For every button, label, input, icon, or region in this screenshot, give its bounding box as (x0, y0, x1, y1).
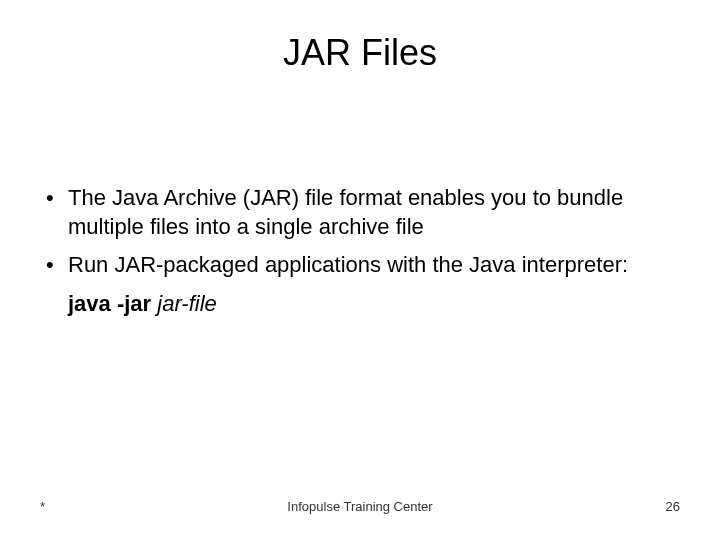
slide-number: 26 (666, 499, 680, 514)
list-item: The Java Archive (JAR) file format enabl… (40, 184, 680, 241)
slide-title: JAR Files (40, 32, 680, 74)
slide-footer: * Infopulse Training Center 26 (0, 499, 720, 514)
slide-content: The Java Archive (JAR) file format enabl… (40, 184, 680, 318)
command-line: java -jar jar-file (40, 290, 680, 319)
command-bold: java -jar (68, 291, 157, 316)
footer-center: Infopulse Training Center (0, 499, 720, 514)
slide: JAR Files The Java Archive (JAR) file fo… (0, 0, 720, 540)
list-item: Run JAR-packaged applications with the J… (40, 251, 680, 280)
bullet-list: The Java Archive (JAR) file format enabl… (40, 184, 680, 280)
footer-date: * (40, 499, 45, 514)
command-italic: jar-file (157, 291, 217, 316)
